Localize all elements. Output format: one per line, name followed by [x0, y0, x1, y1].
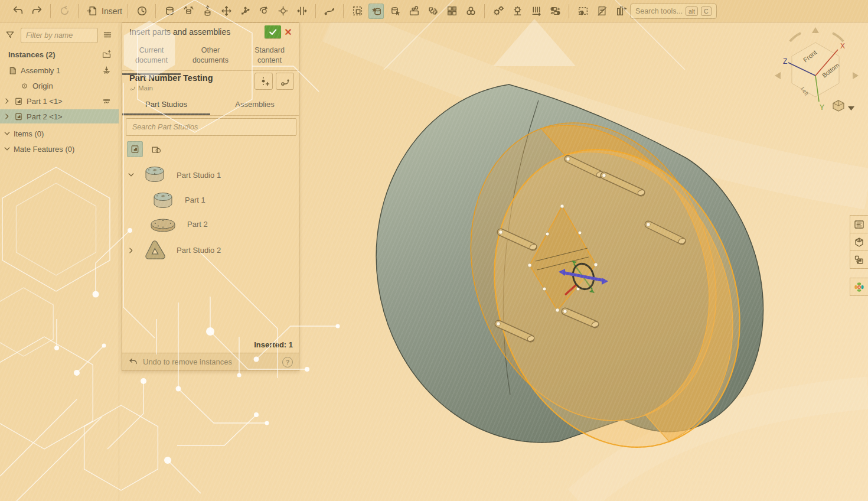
structure-list-icon[interactable]	[850, 215, 868, 233]
exploded-cube-icon[interactable]	[850, 233, 868, 251]
fix-anchor-icon	[101, 65, 112, 76]
select-scope-icon[interactable]	[350, 4, 365, 19]
chevron-down-icon[interactable]	[3, 129, 11, 138]
branch-row: Main	[129, 84, 153, 92]
list-view-icon[interactable]	[102, 30, 114, 41]
insert-dialog: Insert parts and assemblies ✕ Currentdoc…	[122, 22, 299, 371]
toolbar-divider	[78, 4, 79, 18]
confirm-button[interactable]	[265, 25, 281, 38]
group-icon[interactable]	[406, 4, 422, 19]
tab-current-document[interactable]: Currentdocument	[122, 41, 181, 75]
origin-icon	[19, 80, 30, 91]
subtab-part-studios[interactable]: Part Studios	[122, 95, 210, 115]
axis-y-label: Y	[820, 103, 824, 112]
chevron-right-icon[interactable]	[3, 97, 11, 105]
fixed-gear-icon[interactable]	[510, 4, 525, 19]
planar-mate-icon[interactable]	[218, 4, 234, 19]
undo-bar[interactable]: Undo to remove instances ?	[122, 353, 299, 370]
switch-instances-icon[interactable]	[547, 4, 563, 19]
tree-row-origin[interactable]: Origin	[0, 79, 119, 93]
list-item-part-studio-2[interactable]: Part Studio 2	[122, 237, 299, 263]
filter-funnel-icon[interactable]	[5, 30, 17, 41]
part1-label: Part 1 <1>	[27, 97, 63, 106]
undo-icon	[128, 357, 138, 367]
origin-label: Origin	[32, 82, 53, 90]
mate-features-header-row[interactable]: Mate Features (0)	[0, 142, 119, 156]
list-item-part-studio-1[interactable]: Part Studio 1	[122, 162, 299, 187]
create-folder-icon[interactable]	[101, 49, 112, 60]
mate-icon[interactable]	[162, 4, 177, 19]
bom-table-icon[interactable]	[613, 4, 628, 19]
right-dock	[850, 215, 868, 295]
chevron-right-icon[interactable]	[3, 112, 11, 121]
instances-panel: Instances (2) Assembly 1 Origin Part 1 <…	[0, 22, 119, 501]
filter-parts-icon[interactable]	[127, 141, 143, 157]
insert-part-icon[interactable]	[368, 4, 384, 19]
tree-row-part2-selected[interactable]: Part 2 <1>	[0, 109, 119, 123]
assembly-label: Assembly 1	[21, 66, 60, 75]
chevron-down-icon[interactable]	[127, 171, 135, 179]
document-header: Part Number Testing Main	[122, 71, 299, 95]
revolute-mate-icon[interactable]	[181, 4, 196, 19]
toolbar-divider	[569, 4, 569, 18]
mate-features-header: Mate Features (0)	[14, 145, 74, 154]
relation-icon[interactable]	[322, 4, 337, 19]
tree-row-assembly[interactable]: Assembly 1	[0, 63, 119, 77]
search-tools-label: Search tools...	[635, 7, 683, 15]
linear-pattern-icon[interactable]	[444, 4, 459, 19]
rollback-icon	[57, 4, 72, 19]
close-icon[interactable]: ✕	[281, 25, 295, 38]
slider-mate-icon[interactable]	[200, 4, 215, 19]
fastened-mate-icon[interactable]	[294, 4, 309, 19]
list-item-part-1[interactable]: Part 1	[122, 188, 299, 212]
ground-icon	[101, 96, 112, 106]
view-cube-dropdown[interactable]	[833, 100, 854, 111]
ball-mate-icon[interactable]	[237, 4, 253, 19]
subtab-assemblies[interactable]: Assemblies	[211, 95, 299, 113]
dialog-subtabs: Part Studios Assemblies	[122, 95, 299, 116]
assembly-toolbar: Insert Search tools... alt C	[0, 0, 868, 22]
view-cube[interactable]: Z X Y Front Bottom Left	[772, 24, 861, 118]
items-header-row[interactable]: Items (0)	[0, 126, 119, 141]
color-views-icon[interactable]	[850, 278, 868, 296]
search-tools-button[interactable]: Search tools... alt C	[630, 4, 717, 19]
pin-slot-mate-icon[interactable]	[275, 4, 291, 19]
cylindrical-mate-icon[interactable]	[256, 4, 272, 19]
part-1-thumbnail	[149, 189, 177, 212]
explode-icon[interactable]	[463, 4, 478, 19]
inserted-count: Inserted: 1	[254, 340, 293, 349]
filter-input[interactable]	[21, 28, 98, 43]
part-icon	[13, 96, 24, 106]
tree-row-part1[interactable]: Part 1 <1>	[0, 94, 119, 108]
branch-icon	[129, 84, 136, 92]
insert-icon[interactable]	[84, 4, 100, 19]
tab-standard-content[interactable]: Standardcontent	[240, 41, 299, 73]
gear-relation-icon[interactable]	[491, 4, 506, 19]
part-studios-search-input[interactable]	[126, 118, 296, 136]
items-header: Items (0)	[14, 129, 44, 138]
insert-button[interactable]: Insert	[102, 6, 122, 16]
rack-pinion-icon[interactable]	[528, 4, 544, 19]
filter-surfaces-icon[interactable]	[148, 141, 164, 157]
part-2-thumbnail	[147, 213, 179, 236]
appearance-note-icon[interactable]	[594, 4, 609, 19]
branch-name: Main	[138, 84, 153, 92]
caret-down-icon[interactable]	[848, 106, 854, 110]
help-icon[interactable]: ?	[282, 357, 293, 367]
toolbar-divider	[50, 4, 51, 18]
versions-graph-button[interactable]	[276, 73, 294, 90]
list-item-part-2[interactable]: Part 2	[122, 212, 299, 236]
section-view-icon[interactable]	[575, 4, 590, 19]
derived-part-icon[interactable]	[850, 250, 868, 269]
create-version-button[interactable]	[254, 73, 273, 90]
redo-icon[interactable]	[29, 4, 44, 19]
tab-other-documents[interactable]: Otherdocuments	[181, 41, 240, 73]
chevron-down-icon[interactable]	[3, 145, 11, 153]
chevron-right-icon[interactable]	[127, 246, 135, 255]
select-part-icon[interactable]	[387, 4, 403, 19]
axis-z-label: Z	[783, 57, 787, 66]
undo-icon[interactable]	[10, 4, 25, 19]
history-icon[interactable]	[134, 4, 149, 19]
toolbar-divider	[315, 4, 316, 18]
replicate-icon[interactable]	[425, 4, 440, 19]
